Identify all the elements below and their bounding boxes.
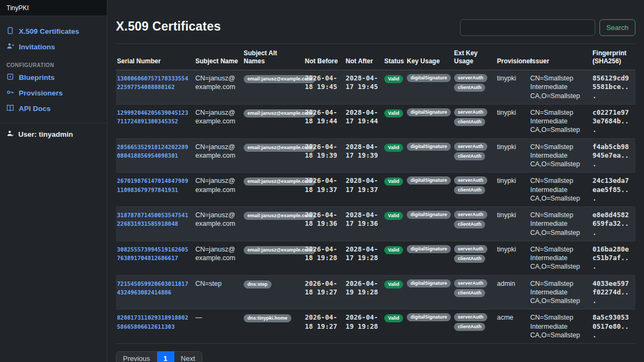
certificate-row: 308255573994519162605763891704812686617 … — [116, 241, 635, 275]
serial-number-cell: 285665352918124202289080418856954098301 — [116, 138, 194, 173]
sidebar-item-certificates[interactable]: X.509 Certificates — [0, 24, 107, 39]
key-usage-cell: digitalSignature — [406, 207, 453, 241]
sidebar-item-api-docs[interactable]: API Docs — [0, 101, 107, 116]
usage-badge: digitalSignature — [407, 279, 451, 287]
page-title: X.509 Certificates — [116, 19, 221, 34]
usage-badge: serverAuth — [454, 279, 487, 287]
fingerprint-cell: 4033ee597f02274d... — [591, 275, 635, 309]
not-before-cell: 2026-04-18 19:44 — [304, 104, 345, 138]
book-icon — [6, 104, 14, 113]
usage-badge: serverAuth — [454, 108, 487, 116]
subject-alt-names-cell: email:janusz@example.com — [243, 241, 304, 275]
col-ext-key-usage: Ext Key Usage — [453, 45, 496, 70]
not-after-cell: 2028-04-17 19:44 — [345, 104, 383, 138]
usage-badge: serverAuth — [454, 211, 487, 219]
pagination: Previous 1 Next — [116, 351, 202, 362]
fingerprint-cell: 8a5c930530517e80... — [591, 309, 635, 344]
certificate-row: 13080606075717833355422597754088888162 C… — [116, 70, 635, 105]
search-button[interactable]: Search — [599, 19, 635, 36]
serial-number-link[interactable]: 129992046205639045123711724891380345352 — [117, 109, 188, 124]
sidebar-nav: X.509 Certificates Invitations CONFIGURA… — [0, 16, 107, 116]
not-after-cell: 2028-04-17 19:36 — [345, 207, 383, 241]
serial-number-cell: 267019876147014847989110983679797841931 — [116, 173, 194, 207]
ext-key-usage-cell: serverAuthclientAuth — [453, 173, 496, 207]
serial-number-link[interactable]: 82081731102931891880258665806612611303 — [117, 314, 188, 329]
certificate-row: 82081731102931891880258665806612611303 —… — [116, 309, 635, 344]
key-usage-cell: digitalSignature — [406, 138, 453, 173]
sidebar-item-blueprints[interactable]: Blueprints — [0, 70, 107, 85]
not-after-cell: 2028-04-17 19:37 — [345, 173, 383, 207]
serial-number-link[interactable]: 13080606075717833355422597754088888162 — [117, 75, 188, 90]
col-not-after: Not After — [345, 45, 383, 70]
issuer-cell: CN=Smallstep Intermediate CA,O=Smallstep — [529, 275, 591, 309]
pagination-next[interactable]: Next — [174, 351, 202, 362]
not-before-cell: 2026-04-18 19:28 — [304, 241, 345, 275]
serial-number-link[interactable]: 318787871450053547541226831931585918048 — [117, 212, 188, 227]
subject-name-cell: CN=janusz@example.com — [194, 173, 243, 207]
usage-badge: clientAuth — [454, 84, 485, 92]
usage-badge: clientAuth — [454, 220, 485, 228]
serial-number-cell: 129992046205639045123711724891380345352 — [116, 104, 194, 138]
serial-number-cell: 13080606075717833355422597754088888162 — [116, 70, 194, 105]
status-cell: Valid — [383, 138, 406, 173]
status-badge: Valid — [384, 212, 403, 220]
serial-number-link[interactable]: 267019876147014847989110983679797841931 — [117, 178, 188, 193]
usage-badge: clientAuth — [454, 323, 485, 331]
serial-number-link[interactable]: 308255573994519162605763891704812686617 — [117, 246, 188, 261]
pagination-page-1[interactable]: 1 — [157, 351, 174, 362]
pagination-previous[interactable]: Previous — [116, 351, 157, 362]
col-subject-name: Subject Name — [194, 45, 243, 70]
col-status: Status — [383, 45, 406, 70]
provisioner-cell: tinypki — [496, 138, 529, 173]
key-usage-cell: digitalSignature — [406, 173, 453, 207]
serial-number-cell: 308255573994519162605763891704812686617 — [116, 241, 194, 275]
usage-badge: serverAuth — [454, 143, 487, 151]
fingerprint-cell: e8e8d4582659fa32... — [591, 207, 635, 241]
main-header: X.509 Certificates Search — [116, 19, 635, 36]
serial-number-link[interactable]: 7215450599206030118174324963082414886 — [117, 280, 188, 295]
certificates-table-body: 13080606075717833355422597754088888162 C… — [116, 70, 635, 344]
not-after-cell: 2028-04-17 19:45 — [345, 70, 383, 105]
fingerprint-cell: 016ba280ec51b7af... — [591, 241, 635, 275]
provisioner-cell: tinypki — [496, 104, 529, 138]
serial-number-link[interactable]: 285665352918124202289080418856954098301 — [117, 144, 188, 159]
col-fingerprint: Fingerprint (SHA256) — [591, 45, 635, 70]
ext-key-usage-cell: serverAuthclientAuth — [453, 207, 496, 241]
usage-badge: digitalSignature — [407, 211, 451, 219]
col-serial-number: Serial Number — [116, 45, 194, 70]
issuer-cell: CN=Smallstep Intermediate CA,O=Smallstep — [529, 138, 591, 173]
usage-badge: serverAuth — [454, 176, 487, 184]
usage-badge: clientAuth — [454, 255, 485, 263]
provisioner-cell: tinypki — [496, 207, 529, 241]
table-header-row: Serial Number Subject Name Subject Alt N… — [116, 45, 635, 70]
serial-number-cell: 82081731102931891880258665806612611303 — [116, 309, 194, 344]
status-cell: Valid — [383, 104, 406, 138]
usage-badge: clientAuth — [454, 289, 485, 297]
usage-badge: clientAuth — [454, 118, 485, 126]
key-icon — [6, 88, 14, 98]
col-key-usage: Key Usage — [406, 45, 453, 70]
sidebar-item-label: API Docs — [19, 105, 50, 113]
usage-badge: clientAuth — [454, 152, 485, 160]
ext-key-usage-cell: serverAuthclientAuth — [453, 275, 496, 309]
title-divider — [116, 43, 635, 44]
usage-badge: digitalSignature — [407, 245, 451, 253]
usage-badge: digitalSignature — [407, 108, 451, 116]
subject-alt-names-cell: email:janusz@example.com — [243, 104, 304, 138]
provisioner-cell: tinypki — [496, 241, 529, 275]
certificate-row: 285665352918124202289080418856954098301 … — [116, 138, 635, 173]
status-cell: Valid — [383, 173, 406, 207]
subject-alt-names-cell: dns:step — [243, 275, 304, 309]
usage-badge: serverAuth — [454, 313, 487, 321]
sidebar-item-label: X.509 Certificates — [19, 27, 79, 35]
sidebar-item-invitations[interactable]: Invitations — [0, 39, 107, 55]
search-input[interactable] — [460, 19, 595, 36]
sidebar-item-provisioners[interactable]: Provisioners — [0, 85, 107, 101]
usage-badge: digitalSignature — [407, 176, 451, 184]
not-before-cell: 2026-04-18 19:27 — [304, 275, 345, 309]
sidebar-section-configuration: CONFIGURATION — [0, 55, 107, 70]
status-badge: Valid — [384, 314, 403, 322]
col-provisioner: Provisioner — [496, 45, 529, 70]
subject-name-cell: CN=janusz@example.com — [194, 104, 243, 138]
not-before-cell: 2026-04-18 19:39 — [304, 138, 345, 173]
